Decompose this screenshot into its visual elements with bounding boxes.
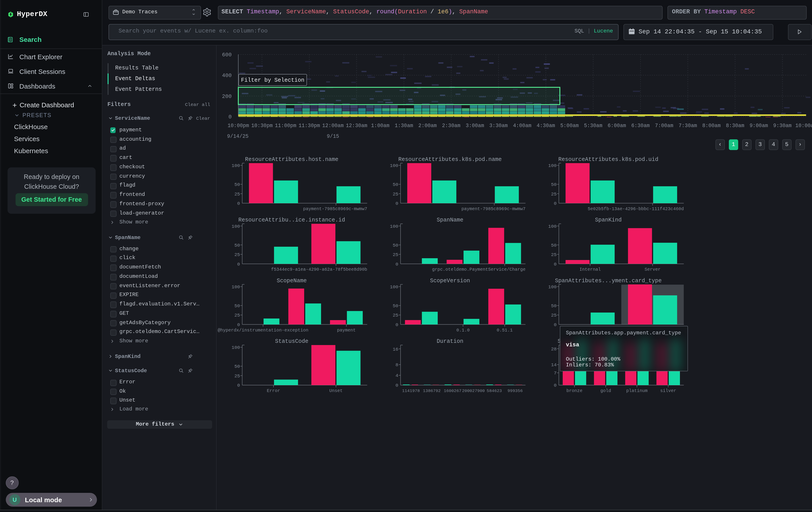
svg-text:payment-7985c8969c-mwmw7: payment-7985c8969c-mwmw7 (461, 206, 525, 212)
svg-text:Error: Error (267, 388, 280, 393)
svg-text:3:00am: 3:00am (466, 123, 484, 129)
svg-text:0: 0 (237, 262, 240, 267)
svg-text:100: 100 (390, 285, 399, 290)
svg-text:ResourceAttributes.host.name: ResourceAttributes.host.name (245, 156, 339, 163)
svg-text:25: 25 (234, 374, 240, 379)
svg-text:2:00am: 2:00am (418, 123, 437, 129)
svg-text:SpanAttributes...yment.card_ty: SpanAttributes...yment.card_type (555, 277, 662, 284)
svg-text:100: 100 (232, 224, 240, 229)
svg-text:11:00pm: 11:00pm (275, 123, 296, 129)
svg-text:ResourceAttribu..ice.instance.: ResourceAttribu..ice.instance.id (238, 217, 345, 223)
svg-text:Unset: Unset (329, 388, 343, 393)
svg-text:8:30am: 8:30am (726, 123, 745, 129)
svg-text:0: 0 (554, 201, 557, 206)
svg-text:25: 25 (551, 252, 556, 257)
svg-text:7: 7 (554, 371, 557, 376)
svg-text:9:00am: 9:00am (750, 123, 768, 129)
svg-text:12:30am: 12:30am (346, 123, 367, 129)
svg-text:0: 0 (554, 262, 557, 267)
svg-text:0: 0 (396, 262, 399, 267)
svg-text:14: 14 (551, 362, 556, 368)
svg-text:0.1.0: 0.1.0 (456, 328, 470, 333)
svg-text:5:30am: 5:30am (584, 123, 602, 129)
svg-text:SpanKind: SpanKind (595, 217, 622, 223)
svg-text:25: 25 (551, 313, 556, 318)
svg-text:100: 100 (390, 224, 399, 229)
svg-text:400: 400 (222, 73, 232, 79)
svg-text:1:00am: 1:00am (371, 123, 389, 129)
svg-text:4:00am: 4:00am (513, 123, 531, 129)
svg-text:Duration: Duration (437, 338, 463, 345)
svg-text:1:30am: 1:30am (395, 123, 413, 129)
svg-text:4: 4 (396, 373, 399, 378)
svg-text:0: 0 (237, 322, 240, 327)
svg-text:600: 600 (222, 52, 232, 58)
svg-text:6:30am: 6:30am (631, 123, 650, 129)
svg-text:16: 16 (393, 347, 398, 352)
svg-text:3:30am: 3:30am (489, 123, 508, 129)
svg-text:25: 25 (234, 313, 240, 318)
svg-text:0: 0 (396, 322, 399, 327)
svg-text:7:00am: 7:00am (655, 123, 673, 129)
svg-text:gold: gold (600, 388, 611, 393)
svg-text:Filter by Selection: Filter by Selection (241, 77, 304, 83)
svg-text:ResourceAttributes.k8s.pod.uid: ResourceAttributes.k8s.pod.uid (558, 156, 658, 163)
svg-text:0.51.1: 0.51.1 (497, 328, 513, 333)
svg-text:11:30pm: 11:30pm (299, 123, 320, 129)
svg-text:200027900: 200027900 (462, 388, 485, 393)
svg-text:ScopeVersion: ScopeVersion (430, 277, 470, 284)
svg-text:1600267: 1600267 (444, 388, 462, 393)
svg-text:9/15: 9/15 (327, 134, 339, 139)
svg-text:50: 50 (393, 303, 398, 308)
svg-text:25: 25 (393, 192, 398, 197)
svg-text:platinum: platinum (626, 388, 648, 393)
svg-text:5e02b5fb-13ae-4296-bbbc-111f42: 5e02b5fb-13ae-4296-bbbc-111f423c460d (588, 206, 684, 212)
svg-text:@hyperdx/instrumentation-excep: @hyperdx/instrumentation-exception (218, 328, 309, 333)
svg-text:payment-7985c8969c-mwmw7: payment-7985c8969c-mwmw7 (303, 206, 367, 212)
svg-text:ScopeName: ScopeName (277, 277, 307, 284)
svg-text:10:30pm: 10:30pm (251, 123, 273, 129)
svg-text:50: 50 (551, 243, 556, 248)
svg-text:200: 200 (222, 93, 232, 100)
svg-text:25: 25 (234, 192, 240, 197)
svg-text:25: 25 (551, 192, 556, 197)
svg-text:grpc.oteldemo.PaymentService/C: grpc.oteldemo.PaymentService/Charge (432, 267, 525, 272)
svg-text:28: 28 (551, 347, 556, 352)
svg-text:8: 8 (396, 362, 399, 368)
svg-text:0: 0 (228, 114, 231, 120)
svg-text:100: 100 (548, 224, 557, 229)
svg-text:100: 100 (390, 163, 399, 168)
svg-text:0: 0 (396, 383, 399, 388)
svg-text:0: 0 (237, 383, 240, 388)
svg-text:50: 50 (393, 182, 398, 187)
svg-text:50: 50 (234, 243, 240, 248)
svg-text:0: 0 (396, 201, 399, 206)
svg-text:0: 0 (554, 322, 557, 327)
svg-text:50: 50 (234, 303, 240, 308)
svg-text:1386792: 1386792 (423, 388, 441, 393)
svg-text:Internal: Internal (579, 267, 601, 272)
svg-text:5:00am: 5:00am (560, 123, 579, 129)
svg-text:100: 100 (548, 163, 557, 168)
svg-text:584623: 584623 (487, 388, 502, 393)
svg-text:bronze: bronze (567, 388, 583, 393)
svg-text:999356: 999356 (508, 388, 523, 393)
svg-text:10:00am: 10:00am (795, 123, 812, 129)
svg-text:50: 50 (551, 303, 556, 308)
svg-text:silver: silver (660, 388, 676, 393)
svg-text:4:30am: 4:30am (537, 123, 555, 129)
svg-text:50: 50 (234, 364, 240, 369)
svg-text:SpanName: SpanName (437, 217, 463, 223)
svg-text:100: 100 (232, 163, 240, 168)
svg-text:1141978: 1141978 (402, 388, 420, 393)
svg-text:50: 50 (234, 182, 240, 187)
svg-text:100: 100 (232, 345, 240, 350)
svg-text:10:00pm: 10:00pm (228, 123, 249, 129)
svg-text:ResourceAttributes.k8s.pod.nam: ResourceAttributes.k8s.pod.name (398, 156, 502, 163)
svg-text:7:30am: 7:30am (678, 123, 697, 129)
svg-text:50: 50 (393, 243, 398, 248)
svg-text:25: 25 (393, 313, 398, 318)
svg-text:6:00am: 6:00am (608, 123, 626, 129)
svg-text:StatusCode: StatusCode (275, 338, 309, 345)
svg-text:0: 0 (237, 201, 240, 206)
